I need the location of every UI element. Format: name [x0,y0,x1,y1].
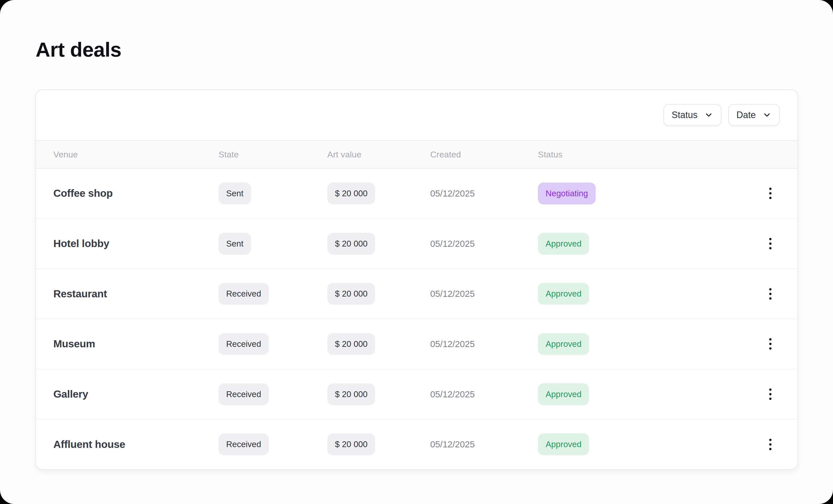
created-cell: 05/12/2025 [430,339,538,349]
kebab-vertical-icon [769,288,771,291]
table-row: Hotel lobby Sent $ 20 000 05/12/2025 App… [36,219,798,269]
table-toolbar: Status Date [36,90,798,141]
created-cell: 05/12/2025 [430,439,538,449]
status-badge: Approved [538,333,589,355]
art-value-badge: $ 20 000 [327,433,375,455]
status-badge: Approved [538,433,589,455]
deals-table-card: Status Date Venue State Art value Create… [35,90,798,470]
created-cell: 05/12/2025 [430,239,538,249]
column-header-created: Created [430,150,538,159]
art-value-badge: $ 20 000 [327,283,375,305]
table-row: Museum Received $ 20 000 05/12/2025 Appr… [36,319,798,370]
row-menu-button[interactable] [760,179,780,207]
created-cell: 05/12/2025 [430,289,538,299]
table-row: Restaurant Received $ 20 000 05/12/2025 … [36,269,798,319]
art-deals-page: Art deals Status Date Venue State Art va… [0,0,833,470]
status-badge: Approved [538,383,589,405]
art-value-badge: $ 20 000 [327,383,375,405]
row-menu-button[interactable] [760,280,780,308]
kebab-vertical-icon [769,388,771,391]
table-header: Venue State Art value Created Status [36,141,798,169]
created-cell: 05/12/2025 [430,188,538,199]
state-badge: Received [218,283,269,305]
row-menu-button[interactable] [760,330,780,358]
venue-cell: Museum [53,338,218,350]
status-badge: Approved [538,233,589,255]
table-row: Coffee shop Sent $ 20 000 05/12/2025 Neg… [36,169,798,219]
state-badge: Sent [218,182,251,204]
date-filter-button[interactable]: Date [728,104,780,126]
table-row: Affluent house Received $ 20 000 05/12/2… [36,420,798,469]
art-value-badge: $ 20 000 [327,333,375,355]
kebab-vertical-icon [769,187,771,190]
table-row: Gallery Received $ 20 000 05/12/2025 App… [36,370,798,420]
row-menu-button[interactable] [760,230,780,258]
kebab-vertical-icon [769,238,771,240]
column-header-art-value: Art value [327,150,430,159]
column-header-status: Status [538,150,743,159]
table-body: Coffee shop Sent $ 20 000 05/12/2025 Neg… [36,169,798,469]
state-badge: Sent [218,233,251,255]
status-filter-button[interactable]: Status [664,104,721,126]
row-menu-button[interactable] [760,380,780,408]
state-badge: Received [218,383,269,405]
chevron-down-icon [704,110,713,120]
app-window: Art deals Status Date Venue State Art va… [0,0,833,504]
venue-cell: Hotel lobby [53,238,218,250]
state-badge: Received [218,333,269,355]
date-filter-label: Date [736,110,756,120]
art-value-badge: $ 20 000 [327,182,375,204]
column-header-venue: Venue [53,150,218,159]
status-badge: Approved [538,283,589,305]
art-value-badge: $ 20 000 [327,233,375,255]
venue-cell: Affluent house [53,438,218,450]
status-filter-label: Status [672,110,697,120]
created-cell: 05/12/2025 [430,389,538,399]
kebab-vertical-icon [769,439,771,441]
chevron-down-icon [762,110,771,120]
kebab-vertical-icon [769,338,771,341]
column-header-state: State [218,150,327,159]
status-badge: Negotiating [538,182,596,204]
venue-cell: Restaurant [53,288,218,300]
venue-cell: Coffee shop [53,187,218,199]
page-title: Art deals [35,37,798,62]
row-menu-button[interactable] [760,430,780,458]
state-badge: Received [218,433,269,455]
venue-cell: Gallery [53,388,218,400]
